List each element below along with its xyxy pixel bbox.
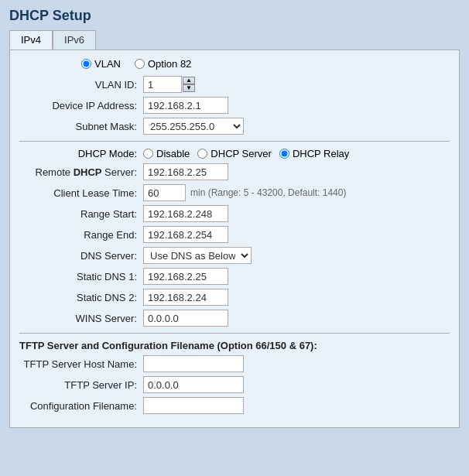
- dhcp-relay-radio[interactable]: [279, 149, 289, 159]
- client-lease-row: Client Lease Time: min (Range: 5 - 43200…: [19, 184, 450, 201]
- option82-label: Option 82: [148, 58, 191, 70]
- static-dns1-label: Static DNS 1:: [19, 271, 143, 283]
- subnet-mask-label: Subnet Mask:: [19, 121, 143, 132]
- static-dns1-row: Static DNS 1:: [19, 268, 450, 285]
- option82-radio-label[interactable]: Option 82: [135, 58, 191, 70]
- vlan-id-label: VLAN ID:: [19, 79, 143, 91]
- tftp-host-row: TFTP Server Host Name:: [19, 355, 450, 372]
- range-start-input[interactable]: [143, 205, 228, 222]
- static-dns2-row: Static DNS 2:: [19, 289, 450, 306]
- dhcp-server-label[interactable]: DHCP Server: [197, 148, 272, 159]
- range-start-row: Range Start:: [19, 205, 450, 222]
- tftp-ip-row: TFTP Server IP:: [19, 376, 450, 393]
- page-container: DHCP Setup IPv4 IPv6 VLAN Option 82 VLAN…: [0, 0, 469, 476]
- dns-server-select[interactable]: Use DNS as Below Obtain Automatically: [143, 247, 252, 264]
- dhcp-relay-label[interactable]: DHCP Relay: [279, 148, 349, 159]
- vlan-radio[interactable]: [81, 59, 91, 69]
- wins-server-label: WINS Server:: [19, 313, 143, 324]
- tftp-host-input[interactable]: [143, 355, 244, 372]
- dhcp-disable-text: Disable: [156, 148, 190, 159]
- client-lease-hint: min (Range: 5 - 43200, Default: 1440): [190, 187, 346, 198]
- subnet-mask-select[interactable]: 255.255.255.0 255.255.0.0 255.0.0.0: [143, 118, 244, 135]
- dhcp-server-radio[interactable]: [197, 149, 207, 159]
- dhcp-disable-label[interactable]: Disable: [143, 148, 190, 159]
- device-ip-label: Device IP Address:: [19, 100, 143, 111]
- vlan-id-input[interactable]: [143, 76, 182, 93]
- tftp-section-title: TFTP Server and Configuration Filename (…: [19, 340, 450, 351]
- vlan-id-spinner-wrap: ▲ ▼: [143, 76, 195, 93]
- client-lease-input[interactable]: [143, 184, 186, 201]
- dhcp-mode-options: Disable DHCP Server DHCP Relay: [143, 148, 349, 159]
- dhcp-disable-radio[interactable]: [143, 149, 153, 159]
- tftp-host-label: TFTP Server Host Name:: [19, 358, 143, 370]
- tab-content: VLAN Option 82 VLAN ID: ▲ ▼ Device IP Ad…: [9, 50, 460, 428]
- remote-dhcp-row: Remote DHCP Server:: [19, 163, 450, 180]
- dhcp-mode-label: DHCP Mode:: [19, 148, 143, 159]
- dhcp-server-text: DHCP Server: [211, 148, 272, 159]
- tab-ipv6[interactable]: IPv6: [53, 30, 96, 50]
- tabs: IPv4 IPv6: [9, 30, 460, 50]
- static-dns2-input[interactable]: [143, 289, 228, 306]
- device-ip-row: Device IP Address:: [19, 97, 450, 114]
- tab-ipv4[interactable]: IPv4: [9, 30, 53, 50]
- wins-server-row: WINS Server:: [19, 310, 450, 327]
- range-end-label: Range End:: [19, 229, 143, 241]
- dns-server-label: DNS Server:: [19, 250, 143, 262]
- static-dns2-label: Static DNS 2:: [19, 292, 143, 303]
- config-filename-label: Configuration Filename:: [19, 400, 143, 412]
- vlan-radio-label[interactable]: VLAN: [81, 58, 121, 70]
- config-filename-row: Configuration Filename:: [19, 397, 450, 414]
- vlan-label: VLAN: [94, 58, 121, 70]
- vlan-option-row: VLAN Option 82: [19, 58, 450, 70]
- option82-radio[interactable]: [135, 59, 145, 69]
- vlan-id-up[interactable]: ▲: [183, 77, 195, 84]
- wins-server-input[interactable]: [143, 310, 228, 327]
- device-ip-input[interactable]: [143, 97, 228, 114]
- range-start-label: Range Start:: [19, 208, 143, 220]
- divider-2: [19, 333, 450, 334]
- vlan-id-row: VLAN ID: ▲ ▼: [19, 76, 450, 93]
- divider-1: [19, 141, 450, 142]
- client-lease-label: Client Lease Time:: [19, 187, 143, 199]
- dhcp-mode-row: DHCP Mode: Disable DHCP Server DHCP Rela…: [19, 148, 450, 159]
- config-filename-input[interactable]: [143, 397, 244, 414]
- vlan-id-spinner: ▲ ▼: [183, 77, 195, 92]
- tftp-ip-input[interactable]: [143, 376, 244, 393]
- range-end-row: Range End:: [19, 226, 450, 243]
- range-end-input[interactable]: [143, 226, 228, 243]
- dns-server-row: DNS Server: Use DNS as Below Obtain Auto…: [19, 247, 450, 264]
- static-dns1-input[interactable]: [143, 268, 228, 285]
- tftp-ip-label: TFTP Server IP:: [19, 379, 143, 391]
- remote-dhcp-input[interactable]: [143, 163, 228, 180]
- subnet-mask-row: Subnet Mask: 255.255.255.0 255.255.0.0 2…: [19, 118, 450, 135]
- dhcp-relay-text: DHCP Relay: [293, 148, 349, 159]
- remote-dhcp-label: Remote DHCP Server:: [19, 166, 143, 178]
- page-title: DHCP Setup: [9, 8, 460, 24]
- vlan-id-down[interactable]: ▼: [183, 84, 195, 92]
